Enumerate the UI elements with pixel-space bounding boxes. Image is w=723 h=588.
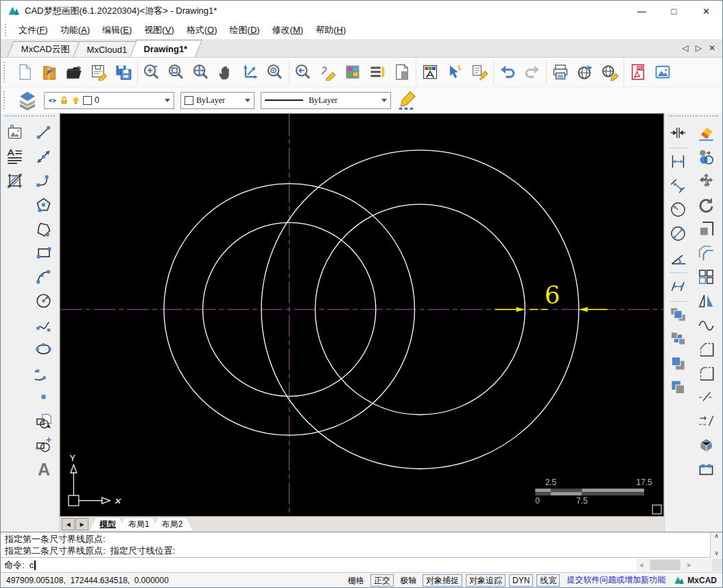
scroll-right-icon[interactable]: > [683, 562, 694, 569]
scroll-up-icon[interactable]: ∧ [714, 532, 719, 540]
zoom-window-icon[interactable] [164, 60, 189, 84]
undo-icon[interactable] [495, 60, 520, 84]
feedback-link[interactable]: 提交软件问题或增加新功能 [567, 574, 665, 586]
write-block-icon[interactable] [32, 410, 55, 432]
text-style-icon[interactable] [418, 60, 442, 84]
point-icon[interactable] [32, 386, 55, 408]
ltscale-icon[interactable] [390, 60, 414, 84]
polyline-icon[interactable] [32, 217, 55, 240]
linetype-edit-icon[interactable] [397, 90, 418, 110]
menu-编辑[interactable]: 编辑(E) [96, 23, 138, 38]
status-toggle-对象追踪[interactable]: 对象追踪 [466, 574, 506, 587]
mirror-icon[interactable] [695, 290, 718, 312]
break-icon[interactable] [695, 386, 718, 408]
doc-tab-Drawing1*[interactable]: Drawing1* [130, 40, 202, 57]
layer-select[interactable]: 0 [44, 92, 174, 109]
copy-icon[interactable] [695, 145, 718, 168]
text-icon[interactable]: A [32, 458, 55, 480]
doc-tab-MxCAD云图[interactable]: MxCAD云图 [7, 41, 84, 57]
publish-icon[interactable] [573, 60, 597, 84]
minimize-button[interactable]: — [626, 1, 658, 21]
rotate-icon[interactable] [695, 193, 718, 216]
print-icon[interactable] [548, 60, 573, 84]
arc-icon[interactable] [32, 266, 55, 288]
menu-视图[interactable]: 视图(V) [138, 23, 180, 38]
draworder-below-icon[interactable] [667, 376, 689, 399]
command-hscrollbar[interactable]: < > [637, 558, 712, 572]
pdf-export-icon[interactable]: PDF [626, 60, 650, 84]
array-icon[interactable] [695, 266, 718, 288]
zoom-scale-icon[interactable] [238, 60, 263, 84]
command-input[interactable]: c [29, 560, 34, 570]
offset-icon[interactable] [695, 242, 718, 264]
make-block-icon[interactable] [32, 434, 55, 456]
menu-文件[interactable]: 文件(F) [12, 23, 54, 38]
image-export-icon[interactable] [650, 60, 675, 84]
new-icon[interactable] [12, 60, 37, 84]
layer-manager-icon[interactable] [17, 90, 38, 110]
fit-curve-icon[interactable] [695, 314, 718, 336]
quick-dim-icon[interactable] [667, 121, 689, 144]
diameter-dim-icon[interactable] [667, 222, 689, 245]
save-icon[interactable] [86, 60, 111, 84]
zoom-previous-icon[interactable] [291, 60, 316, 84]
command-scrollbar[interactable]: ∧ ∨ [710, 532, 722, 557]
raster-image-icon[interactable] [3, 121, 26, 144]
linetype-icon[interactable] [365, 60, 390, 84]
pan-icon[interactable] [213, 60, 238, 84]
doc-tab-prev-icon[interactable]: ◁ [682, 43, 688, 53]
open-icon[interactable] [62, 60, 86, 84]
move-icon[interactable] [695, 169, 718, 192]
ellipse-icon[interactable] [32, 338, 55, 360]
angular-dim-icon[interactable] [667, 246, 689, 269]
status-toggle-对象捕捉[interactable]: 对象捕捉 [423, 574, 462, 587]
line-icon[interactable] [32, 121, 55, 144]
chamfer-icon[interactable] [695, 338, 718, 360]
layout-next-icon[interactable]: ▶ [75, 518, 88, 530]
break-at-point-icon[interactable] [695, 410, 718, 432]
sketch-icon[interactable] [316, 60, 340, 84]
layout-prev-icon[interactable]: ◀ [62, 518, 75, 530]
menu-格式[interactable]: 格式(O) [180, 23, 224, 38]
draworder-front-icon[interactable] [667, 304, 689, 327]
save-as-icon[interactable] [111, 60, 136, 84]
stretch-icon[interactable] [695, 458, 718, 480]
status-toggle-栅格[interactable]: 栅格 [345, 575, 367, 586]
status-toggle-正交[interactable]: 正交 [370, 574, 394, 587]
menu-修改[interactable]: 修改(M) [266, 23, 310, 38]
doc-tab-close-icon[interactable]: ✕ [709, 43, 715, 53]
mtext-icon[interactable] [3, 145, 26, 168]
status-toggle-线宽[interactable]: 线宽 [536, 574, 560, 587]
erase-icon[interactable] [695, 121, 718, 144]
web-upload-icon[interactable] [597, 60, 622, 84]
arc-polyline-icon[interactable] [32, 169, 55, 192]
menu-绘图[interactable]: 绘图(D) [224, 23, 266, 38]
menu-帮助[interactable]: 帮助(H) [309, 23, 352, 38]
hscroll-thumb[interactable] [650, 560, 680, 570]
radius-dim-icon[interactable] [667, 198, 689, 221]
scroll-down-icon[interactable]: ∨ [714, 550, 719, 557]
color-icon[interactable] [340, 60, 365, 84]
command-input-row[interactable]: 命令: c < > [1, 558, 722, 572]
select-icon[interactable] [442, 60, 467, 84]
scroll-left-icon[interactable]: < [637, 562, 648, 569]
drawing-canvas[interactable]: 6Y✕2.517.507.5 [60, 113, 664, 517]
linetype-select[interactable]: ByLayer [261, 92, 391, 109]
maximize-button[interactable]: □ [658, 1, 690, 21]
close-button[interactable]: ✕ [690, 1, 722, 21]
open-import-icon[interactable] [37, 60, 62, 84]
layout-tab-布局2[interactable]: 布局2 [152, 518, 193, 530]
explode-icon[interactable] [695, 434, 718, 456]
hatch-icon[interactable] [3, 169, 26, 192]
polygon-icon[interactable] [32, 193, 55, 216]
layout-tab-模型[interactable]: 模型 [90, 518, 126, 530]
zoom-dynamic-icon[interactable] [189, 60, 213, 84]
fillet-icon[interactable] [695, 362, 718, 384]
redo-icon[interactable] [520, 60, 545, 84]
circle-icon[interactable] [32, 290, 55, 312]
spline-icon[interactable] [32, 314, 55, 336]
xline-icon[interactable] [32, 145, 55, 168]
scale-icon[interactable] [695, 217, 718, 240]
zoom-extents-icon[interactable] [139, 60, 164, 84]
draworder-above-icon[interactable] [667, 352, 689, 375]
